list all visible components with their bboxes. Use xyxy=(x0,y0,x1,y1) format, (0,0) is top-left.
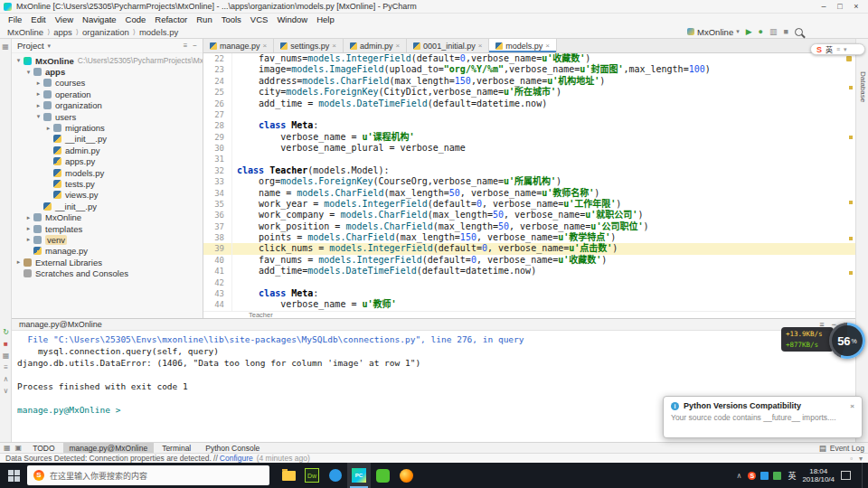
tray-updater-icon[interactable] xyxy=(773,472,781,480)
tab-close-icon[interactable]: × xyxy=(332,42,336,50)
close-button[interactable]: × xyxy=(848,2,864,11)
database-toolwindow-button[interactable]: Database xyxy=(859,71,867,102)
breadcrumb-item-models-py[interactable]: models.py xyxy=(139,27,178,37)
menu-item-window[interactable]: Window xyxy=(272,14,312,24)
editor-tab-0001-initial-py[interactable]: 0001_initial.py× xyxy=(407,39,489,52)
tree-item-manage-py[interactable]: manage.py xyxy=(12,246,203,257)
menu-item-help[interactable]: Help xyxy=(312,14,339,24)
tab-close-icon[interactable]: × xyxy=(263,42,268,50)
start-button[interactable] xyxy=(0,463,27,488)
chevron-down-icon[interactable]: ▾ xyxy=(24,69,33,76)
toolwindow-tab-manage-py-mxonline[interactable]: manage.py@MxOnline xyxy=(63,443,155,454)
tree-item-apps-py[interactable]: apps.py xyxy=(12,156,203,167)
editor-tab-admin-py[interactable]: admin.py× xyxy=(344,39,407,52)
menu-item-file[interactable]: File xyxy=(4,14,26,24)
scroll-down-button-icon[interactable]: ∨ xyxy=(4,388,9,395)
tree-item-external-libraries[interactable]: ▸External Libraries xyxy=(12,257,203,267)
scrollbar-mark[interactable] xyxy=(849,201,853,204)
scrollbar-mark[interactable] xyxy=(849,136,853,139)
chevron-down-icon[interactable]: ▾ xyxy=(34,113,42,120)
menu-item-run[interactable]: Run xyxy=(192,14,216,24)
tree-item-users[interactable]: ▾users xyxy=(12,111,203,122)
scrollbar-mark[interactable] xyxy=(849,237,853,240)
chevron-right-icon[interactable]: ▸ xyxy=(14,258,23,266)
chevron-right-icon[interactable]: ▸ xyxy=(34,80,42,87)
action-center-icon[interactable] xyxy=(841,471,851,480)
tray-expand-icon[interactable]: ∧ xyxy=(737,472,742,480)
debug-button[interactable]: ● xyxy=(759,27,763,36)
menu-item-navigate[interactable]: Navigate xyxy=(78,14,121,24)
tree-item-organization[interactable]: ▸organization xyxy=(12,100,203,111)
tree-item-mxonline[interactable]: ▾MxOnlineC:\Users\25305\PycharmProjects\… xyxy=(12,55,203,66)
taskbar-app-dreamweaver[interactable]: Dw xyxy=(300,463,324,488)
run-panel-header[interactable]: manage.py@MxOnline ≡ − × xyxy=(12,318,855,331)
title-bar[interactable]: MxOnline [C:\Users\25305\PycharmProjects… xyxy=(0,0,868,14)
tree-item-courses[interactable]: ▸courses xyxy=(12,78,203,89)
tree-item--init-py[interactable]: __init__.py xyxy=(12,134,203,145)
tree-item--init-py[interactable]: __init__.py xyxy=(12,201,203,211)
stop-button-icon[interactable]: ■ xyxy=(4,341,8,348)
tray-sogou-icon[interactable]: S xyxy=(748,472,756,480)
scrollbar-mark[interactable] xyxy=(849,86,853,89)
tree-item-admin-py[interactable]: admin.py xyxy=(12,145,203,155)
breadcrumb-item-apps[interactable]: apps xyxy=(53,27,72,37)
taskbar-app-firefox[interactable] xyxy=(394,463,418,488)
tree-item-scratches-and-consoles[interactable]: Scratches and Consoles xyxy=(12,267,203,278)
taskbar-clock[interactable]: 18:04 2018/10/4 xyxy=(802,467,835,483)
taskbar-app-wechat[interactable] xyxy=(371,463,394,488)
restore-layout-button-icon[interactable]: ▦ xyxy=(3,352,10,360)
project-panel-header[interactable]: Project ▾ ≡ − xyxy=(12,39,203,53)
rerun-button-icon[interactable]: ↻ xyxy=(3,329,9,336)
inspection-indicator-icon[interactable] xyxy=(846,56,852,61)
tree-item-mxonline[interactable]: ▸MxOnline xyxy=(12,211,203,222)
run-button[interactable]: ▶ xyxy=(746,27,752,36)
settings-icon[interactable]: ≡ xyxy=(184,42,188,50)
menu-item-vcs[interactable]: VCS xyxy=(246,14,273,24)
tab-close-icon[interactable]: × xyxy=(545,42,550,50)
menu-item-code[interactable]: Code xyxy=(121,14,151,24)
notification-balloon[interactable]: i Python Versions Compatibility × Your s… xyxy=(663,396,863,438)
coverage-button[interactable]: ▥ xyxy=(769,27,778,36)
menu-item-tools[interactable]: Tools xyxy=(217,14,246,24)
ime-more-icon[interactable]: ▾ xyxy=(844,46,847,53)
indicator-icon[interactable]: ▾ xyxy=(859,455,863,463)
taskbar-app-browser[interactable] xyxy=(324,463,347,488)
chevron-down-icon[interactable]: ▾ xyxy=(14,57,23,64)
editor-tab-models-py[interactable]: models.py× xyxy=(489,39,557,52)
minimize-button[interactable]: – xyxy=(816,2,832,11)
editor-tab-settings-py[interactable]: settings.py× xyxy=(274,39,344,52)
chevron-right-icon[interactable]: ▸ xyxy=(44,125,52,132)
ime-menu-icon[interactable]: ≡ xyxy=(836,46,840,52)
project-toolwindow-button[interactable]: ▦ xyxy=(2,42,9,51)
toolwindow-switcher-icon[interactable]: ▦ xyxy=(4,444,11,452)
tree-item-venv[interactable]: ▸venv xyxy=(12,234,203,245)
taskbar-app-explorer[interactable] xyxy=(277,463,300,488)
stop-button[interactable]: ■ xyxy=(784,27,788,36)
chevron-right-icon[interactable]: ▸ xyxy=(34,90,42,98)
editor-breadcrumb[interactable]: Teacher xyxy=(203,311,855,318)
ime-language-indicator[interactable]: 英 xyxy=(826,44,833,54)
tree-item-views-py[interactable]: views.py xyxy=(12,190,203,201)
notification-close-icon[interactable]: × xyxy=(850,402,854,410)
ime-toolbar[interactable]: S 英 ≡ ▾ xyxy=(810,43,865,55)
configure-link[interactable]: Configure xyxy=(220,454,253,463)
taskbar-search-input[interactable]: S 在这里输入你要搜索的内容 xyxy=(27,465,269,485)
toolwindow-tab-python-console[interactable]: Python Console xyxy=(199,443,266,454)
event-log-tab[interactable]: ▤ Event Log xyxy=(819,444,864,453)
hide-panel-icon[interactable]: − xyxy=(193,42,197,50)
tree-item-migrations[interactable]: ▸migrations xyxy=(12,122,203,133)
search-everywhere-icon[interactable] xyxy=(795,28,803,36)
toolwindow-tab-todo[interactable]: TODO xyxy=(26,443,61,454)
run-config-selector[interactable]: MxOnline ▾ xyxy=(687,27,740,37)
taskbar-app-pycharm[interactable]: PC xyxy=(347,463,371,488)
chevron-right-icon[interactable]: ▸ xyxy=(34,102,42,109)
menu-item-refactor[interactable]: Refactor xyxy=(150,14,192,24)
code-editor[interactable]: 22 fav_nums=models.IntegerField(default=… xyxy=(203,53,855,311)
tree-item-tests-py[interactable]: tests.py xyxy=(12,178,203,189)
menu-item-view[interactable]: View xyxy=(51,14,78,24)
memory-gauge-ball[interactable]: 56 % xyxy=(829,323,865,359)
show-desktop-button[interactable] xyxy=(862,463,865,488)
maximize-button[interactable]: □ xyxy=(832,2,848,11)
tree-item-models-py[interactable]: models.py xyxy=(12,167,203,178)
tree-item-operation[interactable]: ▸operation xyxy=(12,89,203,99)
